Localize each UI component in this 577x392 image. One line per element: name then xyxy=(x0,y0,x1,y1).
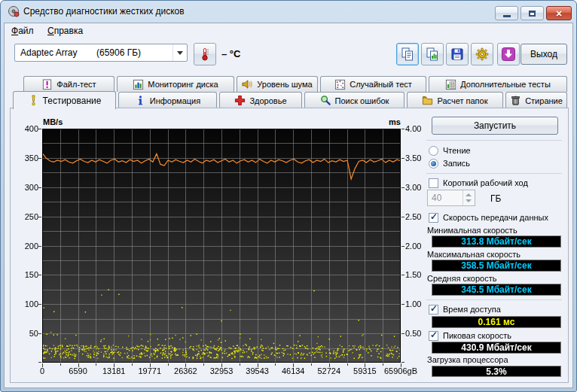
copy-report-icon xyxy=(400,47,415,62)
tab-label: Информация xyxy=(150,96,200,105)
start-button[interactable]: Запустить xyxy=(432,117,558,135)
gb-unit-label: ГБ xyxy=(490,193,501,204)
tab-label: Расчет папок xyxy=(437,96,487,105)
avg-speed-value: 345.5 Мбайт/сек xyxy=(432,284,561,296)
title-bar[interactable]: Средство диагностики жестких дисков xyxy=(1,1,576,23)
tab-erase[interactable]: Стирание xyxy=(505,92,567,108)
menu-file[interactable]: Файл xyxy=(11,26,34,36)
copy-report-button[interactable] xyxy=(396,43,419,65)
max-speed-value: 358.5 Мбайт/сек xyxy=(432,260,561,272)
short-stroke-size-value: 40 xyxy=(432,193,441,203)
benchmark-chart xyxy=(38,129,406,368)
tab-additional-tests[interactable]: Дополнительные тесты xyxy=(429,76,567,92)
temperature-value: – °C xyxy=(221,48,240,59)
close-button[interactable] xyxy=(546,6,572,20)
file-test-icon xyxy=(41,79,53,90)
copy-graph-icon xyxy=(425,47,440,62)
download-report-button[interactable] xyxy=(497,43,520,65)
chevron-down-icon xyxy=(172,44,187,61)
separator xyxy=(426,173,562,174)
burst-speed-label: Пиковая скорость xyxy=(443,331,511,340)
skin-settings-button[interactable] xyxy=(471,43,493,65)
info-icon xyxy=(135,95,146,106)
menu-help-accel: С xyxy=(47,26,54,36)
tab-label: Здоровье xyxy=(249,96,286,105)
gear-icon xyxy=(475,47,490,62)
write-radio[interactable] xyxy=(429,159,438,169)
tab-folder-calc[interactable]: Расчет папок xyxy=(407,92,503,108)
menu-help[interactable]: Справка xyxy=(47,26,83,36)
trash-icon xyxy=(510,95,521,106)
arrow-up-icon xyxy=(466,193,472,196)
magnifier-icon xyxy=(320,95,331,106)
read-radio-label: Чтение xyxy=(443,146,471,155)
avg-speed-label: Средняя скорость xyxy=(427,274,496,283)
separator xyxy=(426,299,562,300)
tab-label: Файл-тест xyxy=(56,80,96,89)
min-speed-value: 313.8 Мбайт/сек xyxy=(432,236,561,248)
save-icon xyxy=(450,47,465,62)
min-speed-label: Минимальная скорость xyxy=(427,226,517,235)
disk-monitor-icon xyxy=(133,79,144,90)
maximize-icon xyxy=(529,11,536,17)
menu-file-rest: айл xyxy=(18,26,33,36)
minimize-icon xyxy=(503,15,511,17)
temperature-button[interactable] xyxy=(194,43,216,65)
app-icon xyxy=(8,5,20,18)
tab-label: Мониторинг диска xyxy=(148,80,218,89)
tab-disk-monitor[interactable]: Мониторинг диска xyxy=(117,76,234,92)
separator xyxy=(426,140,562,141)
arrow-down-icon xyxy=(466,199,472,202)
left-axis-unit: MB/s xyxy=(43,117,63,126)
save-report-button[interactable] xyxy=(446,43,469,65)
window-title: Средство диагностики жестких дисков xyxy=(23,6,185,17)
drive-name: Adaptec Array xyxy=(20,47,77,58)
short-stroke-size-stepper[interactable]: 40 xyxy=(427,190,475,206)
app-window: Средство диагностики жестких дисков Файл… xyxy=(0,0,577,392)
max-speed-label: Максимальная скорость xyxy=(427,250,521,259)
drive-select[interactable]: Adaptec Array (65906 ГБ) xyxy=(14,44,188,62)
read-radio[interactable] xyxy=(429,146,438,156)
tab-label: Уровень шума xyxy=(257,80,312,89)
transfer-speed-label: Скорость передачи данных xyxy=(443,213,548,222)
access-time-value: 0.161 мс xyxy=(432,316,561,328)
minimize-button[interactable] xyxy=(495,6,518,20)
short-stroke-checkbox[interactable] xyxy=(429,178,438,188)
menu-help-rest: правка xyxy=(54,26,83,36)
right-axis-unit: ms xyxy=(375,117,401,126)
burst-speed-checkbox[interactable] xyxy=(429,331,438,341)
access-time-label: Время доступа xyxy=(443,305,501,314)
access-time-checkbox[interactable] xyxy=(429,305,438,315)
tab-label: Стирание xyxy=(525,96,563,105)
maximize-button[interactable] xyxy=(521,6,544,20)
tab-label: Случайный тест xyxy=(350,80,412,89)
write-radio-label: Запись xyxy=(443,159,470,168)
drive-size: (65906 ГБ) xyxy=(96,47,141,58)
tab-noise-level[interactable]: Уровень шума xyxy=(237,76,318,92)
cpu-load-label: Загрузка процессора xyxy=(427,355,508,364)
speaker-icon xyxy=(242,79,253,90)
tab-label: Дополнительные тесты xyxy=(460,80,551,89)
tab-error-scan[interactable]: Поиск ошибок xyxy=(304,92,405,108)
exit-button[interactable]: Выход xyxy=(521,44,567,65)
tab-information[interactable]: Информация xyxy=(118,92,217,108)
download-arrow-icon xyxy=(501,47,516,62)
burst-speed-value: 430.9 Мбайт/сек xyxy=(432,342,561,354)
tab-label: Тестирование xyxy=(43,96,102,106)
short-stroke-label: Короткий рабочий ход xyxy=(443,178,528,187)
folder-icon xyxy=(422,95,433,106)
tab-random-test[interactable]: Случайный тест xyxy=(320,76,426,92)
extra-tests-icon xyxy=(445,79,456,90)
random-dots-icon xyxy=(334,79,346,90)
copy-graph-button[interactable] xyxy=(421,43,444,65)
transfer-speed-checkbox[interactable] xyxy=(429,213,438,223)
menu-file-accel: Ф xyxy=(11,26,18,36)
cpu-load-value: 5.3% xyxy=(432,366,561,377)
tab-label: Поиск ошибок xyxy=(335,96,389,105)
tab-testing[interactable]: Тестирование xyxy=(13,91,116,109)
red-cross-icon xyxy=(234,95,246,106)
stepper-arrows[interactable] xyxy=(463,190,475,205)
tab-file-test[interactable]: Файл-тест xyxy=(23,76,114,92)
tab-health[interactable]: Здоровье xyxy=(219,92,302,108)
thermometer-icon xyxy=(197,47,212,62)
